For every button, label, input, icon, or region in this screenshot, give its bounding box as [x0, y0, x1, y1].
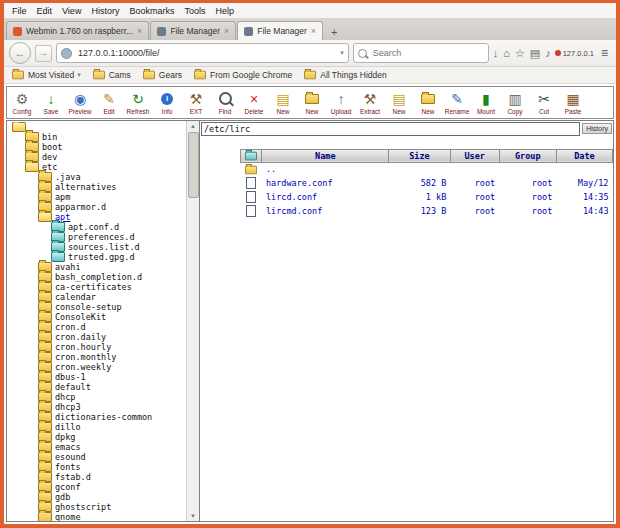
tree-item-gconf[interactable]: gconf — [7, 482, 187, 492]
search-input[interactable] — [371, 47, 484, 59]
downloads-icon[interactable]: ↓ — [493, 48, 499, 59]
menu-view[interactable]: View — [57, 5, 86, 17]
upload-button-12[interactable]: ↑Upload — [327, 89, 355, 116]
scrollbar-thumb[interactable] — [188, 132, 199, 198]
tree-item-etc[interactable]: etc — [7, 162, 187, 172]
tree-item-dhcp[interactable]: dhcp — [7, 392, 187, 402]
mount-button-17[interactable]: ▮Mount — [472, 89, 500, 116]
star-icon[interactable]: ☆ — [515, 48, 525, 59]
tree-item-avahi[interactable]: avahi — [7, 262, 187, 272]
tree-item-ca-certificates[interactable]: ca-certificates — [7, 282, 187, 292]
file-name[interactable]: lircd.conf — [262, 190, 389, 204]
table-root-header[interactable] — [241, 149, 262, 163]
menu-file[interactable]: File — [7, 5, 32, 17]
bookmark-from-google-chrome[interactable]: From Google Chrome — [193, 70, 292, 80]
menu-icon[interactable]: ≡ — [598, 46, 611, 60]
tree-item-calendar[interactable]: calendar — [7, 292, 187, 302]
back-button[interactable]: ← — [9, 42, 31, 64]
tree-item-apm[interactable]: apm — [7, 192, 187, 202]
search-bar[interactable] — [353, 43, 489, 63]
home-icon[interactable]: ⌂ — [503, 48, 510, 59]
tree-item-trusted-gpg-d[interactable]: trusted.gpg.d — [7, 252, 187, 262]
new-button-14[interactable]: ▤New — [385, 89, 413, 116]
tree-item-esound[interactable]: esound — [7, 452, 187, 462]
tree-item-dillo[interactable]: dillo — [7, 422, 187, 432]
path-input[interactable] — [201, 122, 580, 136]
file-name[interactable]: .. — [262, 163, 389, 176]
tree-item-fstab-d[interactable]: fstab.d — [7, 472, 187, 482]
ip-indicator[interactable]: 127.0.0.1 — [555, 49, 594, 58]
tree-item-dpkg[interactable]: dpkg — [7, 432, 187, 442]
info-button-6[interactable]: iInfo — [153, 89, 181, 116]
find-button-8[interactable]: Find — [211, 89, 239, 116]
chevron-down-icon[interactable]: ▾ — [340, 49, 344, 57]
tree-item-dictionaries-common[interactable]: dictionaries-common — [7, 412, 187, 422]
tree-item-java[interactable]: .java — [7, 172, 187, 182]
url-bar[interactable]: ▾ — [56, 43, 349, 63]
preview-button-3[interactable]: ◉Preview — [66, 89, 94, 116]
scroll-up-icon[interactable]: ▲ — [187, 121, 199, 131]
rename-button-16[interactable]: ✎Rename — [443, 89, 471, 116]
cut-button-19[interactable]: ✂Cut — [530, 89, 558, 116]
menu-edit[interactable]: Edit — [32, 5, 58, 17]
file-name[interactable]: lircmd.conf — [262, 204, 389, 218]
tab-3[interactable]: File Manager× — [237, 21, 323, 40]
history-button[interactable]: History — [582, 123, 612, 134]
column-header-user[interactable]: User — [450, 149, 499, 163]
edit-button-4[interactable]: ✎Edit — [95, 89, 123, 116]
tree-item-consolekit[interactable]: ConsoleKit — [7, 312, 187, 322]
tree-item-console-setup[interactable]: console-setup — [7, 302, 187, 312]
tree-item-preferences-d[interactable]: preferences.d — [7, 232, 187, 242]
bookmark-most-visited[interactable]: Most Visited▾ — [11, 70, 81, 80]
tree-item-cron-daily[interactable]: cron.daily — [7, 332, 187, 342]
column-header-size[interactable]: Size — [389, 149, 451, 163]
tree-item-apt[interactable]: apt — [7, 212, 187, 222]
tree-item-dev[interactable]: dev — [7, 152, 187, 162]
config-button-1[interactable]: ⚙Config — [8, 89, 36, 116]
column-header-group[interactable]: Group — [499, 149, 556, 163]
bookmark-cams[interactable]: Cams — [92, 70, 131, 80]
refresh-button-5[interactable]: ↻Refresh — [124, 89, 152, 116]
tree-item-dbus-1[interactable]: dbus-1 — [7, 372, 187, 382]
tree-item-apt-conf-d[interactable]: apt.conf.d — [7, 222, 187, 232]
scroll-down-icon[interactable]: ▼ — [187, 511, 199, 521]
file-name[interactable]: hardware.conf — [262, 176, 389, 190]
table-row[interactable]: .. — [241, 163, 613, 176]
delete-button-9[interactable]: ×Delete — [240, 89, 268, 116]
tree-item-[interactable] — [7, 122, 187, 132]
tree-item-sources-list-d[interactable]: sources.list.d — [7, 242, 187, 252]
new-button-11[interactable]: New — [298, 89, 326, 116]
tree-item-apparmor-d[interactable]: apparmor.d — [7, 202, 187, 212]
tree-item-boot[interactable]: boot — [7, 142, 187, 152]
menu-history[interactable]: History — [86, 5, 124, 17]
new-button-10[interactable]: ▤New — [269, 89, 297, 116]
tab-2[interactable]: File Manager× — [150, 21, 236, 40]
new-tab-button[interactable]: + — [324, 23, 344, 40]
extract-button-13[interactable]: ⚒Extract — [356, 89, 384, 116]
tree-item-cron-weekly[interactable]: cron.weekly — [7, 362, 187, 372]
bookmarks-icon[interactable]: ▤ — [530, 48, 540, 59]
forward-button[interactable]: → — [35, 45, 52, 62]
tree-item-gnome[interactable]: gnome — [7, 512, 187, 522]
tree-item-alternatives[interactable]: alternatives — [7, 182, 187, 192]
table-row[interactable]: hardware.conf582 BrootrootMay/12 — [241, 176, 613, 190]
tab-1[interactable]: Webmin 1.760 on raspberr...× — [6, 21, 149, 40]
url-input[interactable] — [76, 47, 336, 59]
tree-item-bin[interactable]: bin — [7, 132, 187, 142]
copy-button-18[interactable]: ▥Copy — [501, 89, 529, 116]
tree-item-cron-monthly[interactable]: cron.monthly — [7, 352, 187, 362]
column-header-date[interactable]: Date — [556, 149, 612, 163]
tree-item-bash-completion-d[interactable]: bash_completion.d — [7, 272, 187, 282]
tree-item-default[interactable]: default — [7, 382, 187, 392]
table-row[interactable]: lircd.conf1 kBrootroot14:35 — [241, 190, 613, 204]
save-button-2[interactable]: ↓Save — [37, 89, 65, 116]
bookmark-all-things-hidden[interactable]: All Things Hidden — [303, 70, 386, 80]
new-button-15[interactable]: New — [414, 89, 442, 116]
tree-scrollbar[interactable]: ▲ ▼ — [186, 121, 199, 522]
tree-item-cron-hourly[interactable]: cron.hourly — [7, 342, 187, 352]
menu-tools[interactable]: Tools — [179, 5, 210, 17]
table-row[interactable]: lircmd.conf123 Brootroot14:43 — [241, 204, 613, 218]
tree-item-ghostscript[interactable]: ghostscript — [7, 502, 187, 512]
tree-item-fonts[interactable]: fonts — [7, 462, 187, 472]
volume-icon[interactable]: ♪ — [545, 48, 551, 59]
